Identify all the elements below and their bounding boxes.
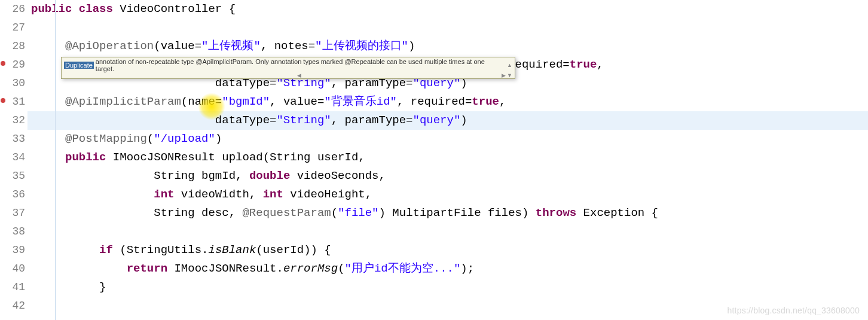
annotation: @ApiOperation [65, 39, 154, 53]
code-line[interactable]: @ApiOperation(value="上传视频", notes="上传视频的… [27, 37, 868, 56]
line-number: 36 [6, 185, 25, 204]
keyword: if [99, 243, 113, 257]
code-line[interactable]: public class VideoController { [27, 0, 868, 19]
code-line[interactable]: int videoWidth, int videoHeight, [27, 185, 868, 204]
keyword: int [263, 188, 283, 201]
method-name: upload [222, 151, 262, 164]
line-number: 38 [6, 223, 25, 241]
code-text: ) [408, 39, 415, 53]
line-number: 42 [6, 297, 25, 315]
code-text: , value= [270, 95, 324, 108]
line-number: 29 [6, 56, 25, 74]
code-text: ) [460, 114, 467, 127]
string-literal: "bgmId" [222, 95, 270, 108]
code-text: , required= [397, 95, 472, 108]
code-text: ) [215, 132, 222, 145]
code-text: (name= [181, 95, 222, 108]
code-text: , [499, 95, 506, 108]
string-literal: "用户id不能为空..." [345, 262, 461, 275]
code-text: videoWidth, [174, 188, 262, 201]
code-text: String desc, [154, 206, 242, 220]
code-text: (value= [154, 39, 201, 53]
error-tooltip[interactable]: Duplicate annotation of non-repeatable t… [61, 57, 515, 79]
class-name: VideoController { [113, 2, 236, 16]
code-text: IMoocJSONResult. [167, 262, 283, 275]
line-number: 39 [6, 241, 25, 260]
annotation: @PostMapping [65, 132, 147, 145]
string-literal: "String" [276, 114, 331, 127]
line-number-gutter: 26 27 28 29 30 31 32 33 34 35 36 37 38 3… [6, 0, 27, 320]
code-editor[interactable]: 26 27 28 29 30 31 32 33 34 35 36 37 38 3… [0, 0, 868, 320]
line-number: 35 [6, 167, 25, 185]
line-number: 33 [6, 130, 25, 148]
line-number: 31 [6, 93, 25, 111]
static-method: errorMsg [283, 262, 338, 275]
code-line[interactable] [27, 19, 868, 37]
tooltip-highlight: Duplicate [64, 62, 94, 69]
code-line[interactable]: @PostMapping("/upload") [27, 130, 868, 148]
keyword: public [31, 2, 72, 16]
code-text: ); [460, 262, 474, 275]
code-line[interactable]: String bgmId, double videoSeconds, [27, 167, 868, 185]
code-text: ( [331, 206, 338, 220]
static-method: isBlank [208, 243, 256, 257]
code-text: videoSeconds, [290, 169, 386, 182]
code-line[interactable]: return IMoocJSONResult.errorMsg("用户id不能为… [27, 260, 868, 278]
scroll-down-icon[interactable]: ◀ ▶ ▼ [62, 73, 515, 78]
tooltip-message: annotation of non-repeatable type @ApiIm… [96, 58, 505, 72]
keyword: true [472, 95, 499, 108]
line-number: 32 [6, 111, 25, 130]
line-number: 27 [6, 19, 25, 37]
line-number: 26 [6, 0, 25, 19]
line-number: 40 [6, 260, 25, 278]
annotation: @ApiImplicitParam [65, 95, 181, 108]
keyword: class [79, 2, 113, 16]
string-literal: "file" [338, 206, 378, 220]
code-text: videoHeight, [283, 188, 372, 201]
code-line[interactable]: String desc, @RequestParam("file") Multi… [27, 204, 868, 223]
code-line[interactable]: } [27, 278, 868, 297]
code-text: Exception { [576, 206, 658, 220]
keyword: int [154, 188, 174, 201]
code-line[interactable]: @ApiImplicitParam(name="bgmId", value="背… [27, 93, 868, 111]
code-text: , notes= [261, 39, 315, 53]
code-text: (StringUtils. [113, 243, 209, 257]
string-literal: "上传视频" [201, 39, 261, 53]
code-text: IMoocJSONResult [106, 151, 222, 164]
watermark: https://blog.csdn.net/qq_33608000 [728, 306, 860, 315]
error-marker[interactable] [1, 61, 5, 66]
annotation: @RequestParam [242, 206, 331, 220]
keyword: true [570, 58, 597, 71]
string-literal: "query" [413, 114, 461, 127]
code-text: dataType= [31, 114, 276, 127]
keyword: throws [536, 206, 576, 220]
code-line-current[interactable]: dataType="String", paramType="query") [27, 111, 868, 130]
string-literal: "/upload" [154, 132, 215, 145]
code-text: (String userId, [263, 151, 365, 164]
keyword: double [249, 169, 290, 182]
code-area[interactable]: public class VideoController { @ApiOpera… [27, 0, 868, 320]
scroll-up-icon[interactable]: ▲ [507, 62, 512, 68]
line-number: 30 [6, 74, 25, 93]
code-text: , paramType= [331, 114, 413, 127]
code-text: , [597, 58, 603, 71]
code-text: ( [338, 262, 344, 275]
marker-bar [0, 0, 6, 320]
folding-guide [55, 0, 56, 320]
code-text: (userId)) { [256, 243, 331, 257]
error-marker[interactable] [1, 98, 5, 103]
code-line[interactable]: if (StringUtils.isBlank(userId)) { [27, 241, 868, 260]
code-line[interactable]: public IMoocJSONResult upload(String use… [27, 148, 868, 167]
keyword: return [127, 262, 167, 275]
code-text: ) MultipartFile files) [379, 206, 536, 220]
line-number: 41 [6, 278, 25, 297]
keyword: public [65, 151, 106, 164]
line-number: 28 [6, 37, 25, 56]
line-number: 34 [6, 148, 25, 167]
code-text: String bgmId, [154, 169, 249, 182]
code-line[interactable] [27, 223, 868, 241]
string-literal: "上传视频的接口" [315, 39, 408, 53]
code-text: } [99, 281, 106, 294]
string-literal: "背景音乐id" [324, 95, 397, 108]
code-text: ( [147, 132, 154, 145]
